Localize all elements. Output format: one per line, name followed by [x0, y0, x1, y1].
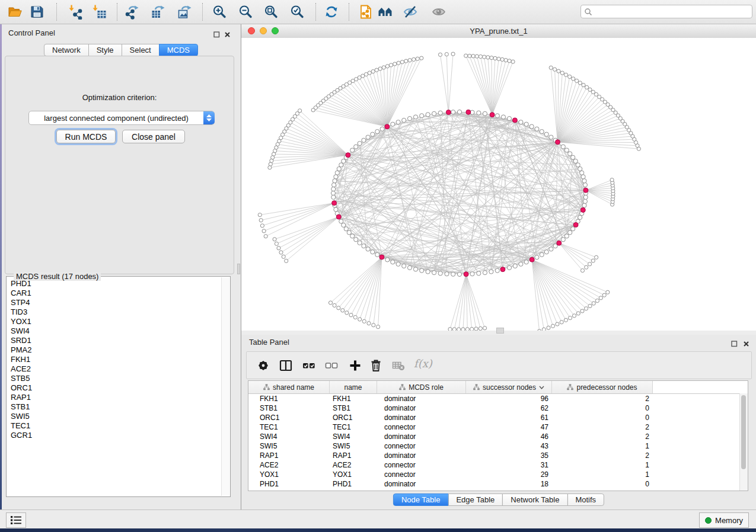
table-row[interactable]: YOX1YOX1connector291 [248, 470, 748, 479]
open-file-icon[interactable] [7, 4, 23, 20]
mcds-result-item[interactable]: YOX1 [7, 317, 222, 326]
clone-network-icon[interactable] [358, 4, 374, 20]
delete-column-icon[interactable] [369, 359, 382, 372]
table-row[interactable]: TEC1TEC1connector472 [248, 422, 748, 432]
mcds-result-item[interactable]: ORC1 [7, 383, 222, 393]
select-all-icon[interactable] [302, 359, 315, 372]
mcds-result-item[interactable]: FKH1 [7, 355, 222, 364]
hide-graphics-details-icon[interactable] [403, 4, 418, 20]
refresh-icon[interactable] [324, 4, 339, 20]
export-image-icon[interactable] [177, 4, 193, 20]
float-panel-icon[interactable] [731, 339, 738, 345]
mcds-result-item[interactable]: TID3 [7, 307, 222, 317]
import-network-icon[interactable] [68, 4, 84, 20]
tab-edge-table[interactable]: Edge Table [448, 493, 503, 506]
save-session-icon[interactable] [29, 4, 44, 20]
add-column-icon[interactable] [349, 359, 362, 372]
cell-name: PHD1 [330, 479, 377, 489]
zoom-out-icon[interactable] [238, 4, 253, 20]
splitter-grip[interactable] [237, 264, 240, 274]
mcds-result-item[interactable]: PMA2 [7, 345, 222, 355]
memory-label: Memory [715, 516, 743, 525]
mcds-result-item[interactable]: STB5 [7, 374, 222, 383]
zoom-selected-icon[interactable] [289, 4, 305, 20]
cell-filler [653, 432, 748, 441]
cell-successor-nodes: 31 [466, 460, 552, 470]
float-panel-icon[interactable] [213, 30, 220, 36]
mcds-result-item[interactable]: STP4 [7, 298, 222, 307]
tab-style[interactable]: Style [88, 44, 122, 56]
table-row[interactable]: SWI4SWI4dominator462 [248, 432, 748, 441]
table-row[interactable]: RAP1RAP1dominator352 [248, 451, 748, 460]
mcds-result-item[interactable]: CAR1 [7, 289, 222, 298]
cell-shared-name: SWI5 [248, 441, 330, 451]
cell-predecessor-nodes: 2 [552, 451, 653, 460]
table-row[interactable]: ACE2ACE2connector311 [248, 460, 748, 470]
table-scrollbar[interactable] [739, 393, 748, 491]
zoom-fit-icon[interactable] [263, 4, 279, 20]
table-row[interactable]: FKH1FKH1dominator962 [248, 394, 748, 403]
table-row[interactable]: STB1STB1dominator620 [248, 403, 748, 413]
mcds-result-item[interactable]: STB1 [7, 402, 222, 412]
column-header-name[interactable]: name [330, 381, 377, 393]
close-panel-icon[interactable] [743, 339, 749, 345]
export-table-icon[interactable] [151, 4, 166, 20]
memory-button[interactable]: Memory [699, 512, 749, 528]
import-table-icon[interactable] [92, 4, 107, 20]
cell-predecessor-nodes: 1 [552, 460, 653, 470]
cell-predecessor-nodes: 2 [552, 394, 653, 403]
table-row[interactable]: SWI5SWI5connector431 [248, 441, 748, 451]
mcds-result-item[interactable]: TEC1 [7, 421, 222, 431]
tab-mcds[interactable]: MCDS [159, 44, 198, 56]
deselect-all-icon[interactable] [325, 359, 338, 372]
column-header-shared-name[interactable]: shared name [248, 381, 330, 393]
shared-column-icon [567, 384, 573, 390]
tab-motifs[interactable]: Motifs [567, 493, 604, 506]
mcds-result-item[interactable]: SWI4 [7, 326, 222, 336]
show-columns-icon[interactable] [279, 359, 292, 372]
node-table[interactable]: shared name name MCDS role successor nod… [248, 380, 748, 491]
toolbar-separator [349, 3, 349, 21]
cell-filler [653, 394, 748, 403]
table-row[interactable]: PHD1PHD1dominator180 [248, 479, 748, 489]
search-input[interactable] [592, 7, 752, 17]
settings-gear-icon[interactable] [257, 359, 270, 372]
column-label: shared name [273, 383, 314, 392]
tab-node-table[interactable]: Node Table [393, 493, 449, 506]
network-view-canvas[interactable] [241, 38, 756, 331]
binoculars-icon[interactable] [378, 4, 393, 20]
export-network-icon[interactable] [125, 4, 140, 20]
task-history-button[interactable] [6, 512, 26, 528]
splitter-grip[interactable] [496, 328, 504, 334]
run-mcds-button[interactable]: Run MCDS [56, 130, 116, 143]
mcds-result-item[interactable]: PHD1 [7, 279, 222, 289]
column-header-predecessor-nodes[interactable]: predecessor nodes [552, 381, 653, 393]
mcds-result-item[interactable]: SRD1 [7, 336, 222, 345]
close-panel-button[interactable]: Close panel [122, 130, 185, 143]
mcds-result-list[interactable]: PHD1CAR1STP4TID3YOX1SWI4SRD1PMA2FKH1ACE2… [7, 279, 222, 496]
close-panel-icon[interactable] [224, 30, 231, 36]
column-header-mcds-role[interactable]: MCDS role [377, 381, 466, 393]
mcds-list-scrollbar[interactable] [221, 277, 229, 496]
cell-shared-name: TEC1 [248, 422, 330, 432]
vertical-splitter[interactable] [237, 24, 241, 509]
main-toolbar [0, 0, 756, 24]
tab-network-table[interactable]: Network Table [502, 493, 567, 506]
optimization-criterion-select[interactable]: largest connected component (undirected) [28, 111, 215, 125]
horizontal-splitter[interactable] [241, 331, 756, 335]
zoom-in-icon[interactable] [212, 4, 227, 20]
column-header-successor-nodes[interactable]: successor nodes [466, 381, 552, 393]
mcds-result-item[interactable]: ACE2 [7, 364, 222, 374]
tab-network[interactable]: Network [44, 44, 89, 56]
shared-column-icon [473, 384, 480, 390]
mcds-result-item[interactable]: RAP1 [7, 393, 222, 402]
tab-select[interactable]: Select [122, 44, 160, 56]
mcds-result-item[interactable]: SWI5 [7, 412, 222, 421]
table-row[interactable]: ORC1ORC1dominator610 [248, 413, 748, 422]
network-window-titlebar[interactable]: YPA_prune.txt_1 [241, 24, 756, 39]
scrollbar-thumb[interactable] [741, 395, 746, 469]
show-graphics-details-icon[interactable] [431, 4, 446, 20]
search-box[interactable] [580, 5, 752, 18]
shared-column-icon [263, 384, 270, 390]
mcds-result-item[interactable]: GCR1 [7, 431, 222, 440]
